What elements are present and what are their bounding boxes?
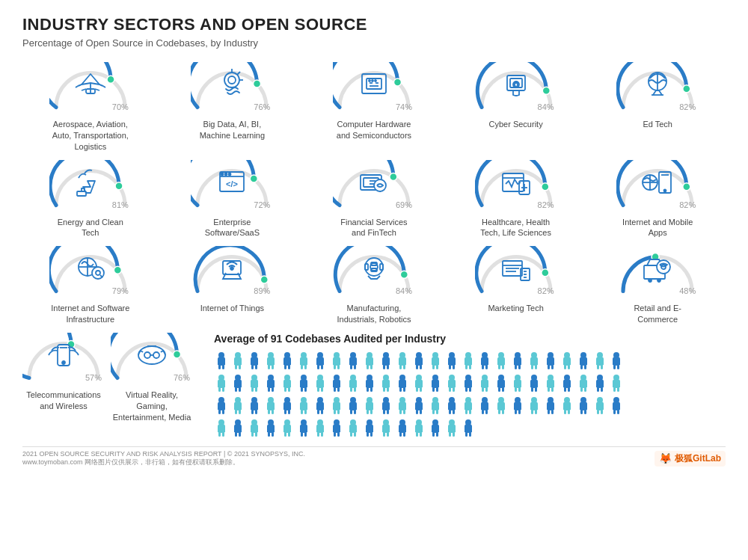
svg-rect-289 xyxy=(420,409,422,414)
percent-internet_sw: 79% xyxy=(112,286,129,295)
svg-rect-228 xyxy=(498,387,500,392)
person-figure xyxy=(429,396,442,416)
svg-rect-187 xyxy=(272,387,274,392)
svg-rect-102 xyxy=(218,364,221,369)
person-figure xyxy=(215,396,228,416)
svg-rect-237 xyxy=(548,387,550,392)
icon-financial xyxy=(352,164,396,200)
person-figure xyxy=(231,396,245,416)
svg-rect-267 xyxy=(301,409,303,414)
svg-rect-184 xyxy=(255,387,257,392)
svg-rect-345 xyxy=(317,431,319,437)
footer-left: 2021 OPEN SOURCE SECURITY AND RISK ANALY… xyxy=(22,450,305,467)
svg-rect-372 xyxy=(465,431,468,437)
person-figure xyxy=(330,419,343,438)
footer-text-1: 2021 OPEN SOURCE SECURITY AND RISK ANALY… xyxy=(22,450,305,458)
svg-rect-246 xyxy=(597,387,599,392)
icon-manufacturing xyxy=(352,250,396,286)
svg-point-76 xyxy=(541,269,548,277)
person-figure xyxy=(511,374,524,393)
svg-rect-210 xyxy=(399,387,402,392)
person-figure xyxy=(610,396,623,416)
person-figure xyxy=(231,351,245,371)
sector-telecom: 57%Telecommunications and Wireless xyxy=(22,333,105,439)
person-figure xyxy=(462,374,475,393)
svg-rect-241 xyxy=(568,387,570,392)
svg-point-87 xyxy=(649,279,652,282)
svg-rect-366 xyxy=(432,431,435,437)
icon-retail xyxy=(635,250,680,286)
svg-rect-223 xyxy=(469,387,471,392)
svg-rect-31 xyxy=(82,188,85,191)
person-figure xyxy=(215,374,228,393)
label-financial: Financial Services and FinTech xyxy=(333,217,415,239)
svg-rect-144 xyxy=(449,364,451,369)
svg-rect-135 xyxy=(399,364,402,369)
sector-vr: 76%Virtual Reality, Gaming, Entertainmen… xyxy=(111,333,193,439)
svg-rect-355 xyxy=(370,431,373,437)
person-figure xyxy=(445,374,459,393)
svg-rect-111 xyxy=(268,364,270,369)
icon-internet_mobile xyxy=(635,164,680,200)
label-internet_sw: Internet and Software Infrastructure xyxy=(49,303,132,325)
svg-point-25 xyxy=(683,85,690,93)
main-title: INDUSTRY SECTORS AND OPEN SOURCE xyxy=(22,15,726,34)
icon-aerospace xyxy=(68,67,113,102)
svg-rect-268 xyxy=(304,409,307,414)
sector-aerospace: 70%Aerospace, Aviation, Auto, Transporta… xyxy=(22,62,159,153)
svg-rect-361 xyxy=(403,431,405,437)
svg-rect-313 xyxy=(551,409,554,414)
svg-rect-298 xyxy=(469,409,471,414)
svg-rect-120 xyxy=(317,364,319,369)
person-figure xyxy=(577,351,590,371)
person-figure xyxy=(544,351,557,371)
svg-rect-255 xyxy=(235,409,237,414)
gauge-iot: 89% xyxy=(191,246,273,298)
row3-grid: 79%Internet and Software Infrastructure … xyxy=(22,246,726,325)
footer-bar: 2021 OPEN SOURCE SECURITY AND RISK ANALY… xyxy=(22,446,726,467)
svg-rect-309 xyxy=(531,409,533,414)
person-figure xyxy=(478,396,491,416)
svg-rect-148 xyxy=(469,364,471,369)
svg-point-88 xyxy=(657,279,660,282)
svg-rect-292 xyxy=(436,409,438,414)
svg-text:</>: </> xyxy=(226,179,238,188)
sector-computer: 74%Computer Hardware and Semiconductors xyxy=(306,62,442,153)
gauge-aerospace: 70% xyxy=(49,62,132,114)
svg-point-67 xyxy=(230,267,233,270)
svg-rect-294 xyxy=(449,409,451,414)
gauge-bigdata: 76% xyxy=(191,62,273,114)
svg-rect-133 xyxy=(387,364,389,369)
svg-rect-124 xyxy=(337,364,340,369)
svg-point-53 xyxy=(664,189,666,191)
person-figure xyxy=(346,374,360,393)
svg-rect-352 xyxy=(354,431,356,437)
svg-rect-339 xyxy=(284,431,286,437)
label-marketing: Marketing Tech xyxy=(488,303,543,314)
svg-rect-151 xyxy=(485,364,488,369)
svg-rect-321 xyxy=(597,409,599,414)
person-figure xyxy=(494,396,508,416)
svg-rect-333 xyxy=(251,431,254,437)
person-figure xyxy=(280,351,294,371)
svg-rect-304 xyxy=(502,409,504,414)
icon-telecom xyxy=(41,337,86,373)
label-iot: Internet of Things xyxy=(200,303,264,314)
icon-computer xyxy=(352,67,396,102)
svg-rect-186 xyxy=(268,387,270,392)
svg-rect-157 xyxy=(518,364,521,369)
sector-manufacturing: 84%Manufacturing, Industrials, Robotics xyxy=(306,246,442,325)
percent-enterprise: 72% xyxy=(254,200,270,209)
person-figure xyxy=(313,374,327,393)
person-figure xyxy=(527,351,541,371)
svg-rect-357 xyxy=(383,431,385,437)
gauge-enterprise: </> 72% xyxy=(191,160,273,212)
row1-grid: 70%Aerospace, Aviation, Auto, Transporta… xyxy=(22,62,726,153)
svg-line-10 xyxy=(237,72,240,75)
svg-rect-312 xyxy=(548,409,550,414)
svg-rect-163 xyxy=(551,364,554,369)
svg-point-38 xyxy=(229,173,231,175)
svg-rect-105 xyxy=(235,364,237,369)
person-figure xyxy=(264,396,278,416)
svg-rect-147 xyxy=(465,364,468,369)
